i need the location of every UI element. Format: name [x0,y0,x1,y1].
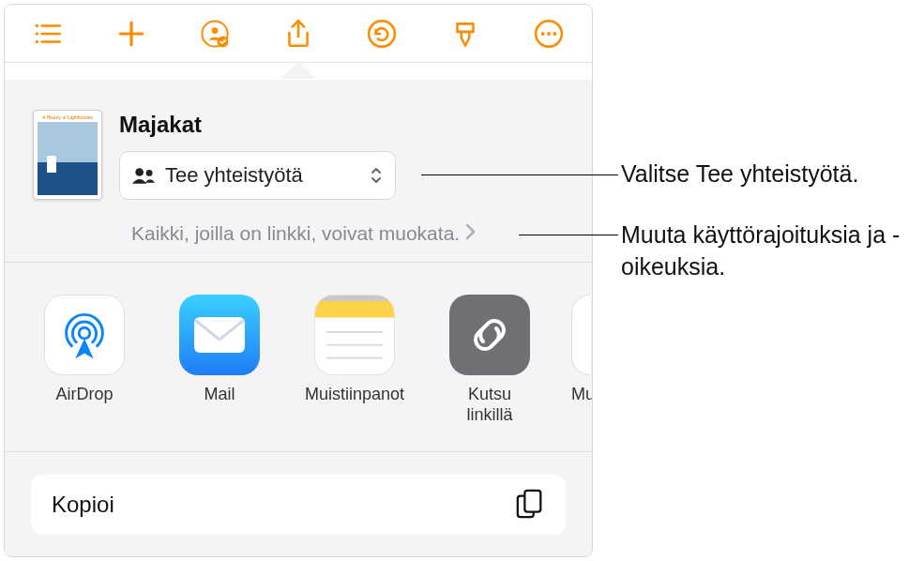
svg-point-15 [553,32,556,36]
share-targets-row: AirDrop Mail [5,263,592,452]
share-target-label: Muistiinpanot [305,385,404,405]
more-icon [533,18,565,50]
permission-text: Kaikki, joilla on linkki, voivat muokata… [131,222,460,245]
collab-badge-button[interactable] [189,8,241,60]
dropdown-arrows-icon [369,165,384,186]
share-target-label: AirDrop [55,385,113,405]
svg-point-18 [79,327,90,339]
overflow-app-icon [572,295,590,375]
svg-point-17 [146,170,153,176]
share-target-label: Mu [571,385,592,405]
outline-button[interactable] [22,8,74,60]
callout-line-collab [421,174,618,175]
document-title: Majakat [119,112,566,138]
add-icon [115,18,147,50]
airdrop-icon [55,306,114,364]
mail-icon [192,315,247,355]
add-button[interactable] [105,8,158,60]
collaborate-selected-label: Tee yhteistyötä [165,163,359,188]
callout-choose-collab: Valitse Tee yhteistyötä. [621,159,858,190]
share-target-invite-link[interactable]: Kutsu linkillä [436,295,543,425]
app-panel: A History of Lighthouses Majakat Tee yht… [4,4,593,557]
link-icon [466,311,513,358]
outline-icon [32,18,64,50]
svg-point-11 [369,21,395,47]
share-target-airdrop[interactable]: AirDrop [31,295,138,425]
svg-point-14 [547,32,551,36]
svg-point-9 [212,27,219,34]
actions-section: Kopioi [5,452,592,535]
share-target-label: Kutsu linkillä [466,385,512,425]
svg-point-13 [541,32,545,36]
format-button[interactable] [439,8,492,60]
document-thumbnail: A History of Lighthouses [33,110,102,200]
copy-label: Kopioi [52,492,114,518]
notes-icon [315,295,394,375]
copy-action[interactable]: Kopioi [31,475,566,535]
share-target-mail[interactable]: Mail [166,295,273,425]
people-icon [131,166,156,185]
callout-change-perms: Muuta käyttörajoituksia ja -oikeuksia. [621,220,924,283]
copy-icon [515,489,545,521]
svg-point-0 [36,23,38,26]
svg-rect-19 [194,317,245,353]
collab-badge-icon [199,18,231,50]
collaborate-dropdown[interactable]: Tee yhteistyötä [119,151,396,200]
share-icon [282,18,314,50]
permission-row[interactable]: Kaikki, joilla on linkki, voivat muokata… [5,207,592,263]
undo-icon [366,18,398,50]
svg-rect-21 [315,296,394,301]
svg-rect-29 [524,491,540,512]
share-target-overflow[interactable]: Mu [571,295,592,425]
share-target-notes[interactable]: Muistiinpanot [301,295,408,425]
undo-button[interactable] [356,8,408,60]
callout-line-perms [519,235,618,235]
svg-point-4 [36,39,38,42]
share-button[interactable] [272,8,325,60]
document-header: A History of Lighthouses Majakat Tee yht… [5,80,592,207]
toolbar [5,5,592,63]
chevron-right-icon [465,223,477,244]
svg-point-2 [36,32,38,35]
share-sheet: A History of Lighthouses Majakat Tee yht… [5,80,592,557]
share-target-label: Mail [204,385,235,405]
svg-point-16 [135,168,144,176]
more-button[interactable] [523,8,575,60]
format-brush-icon [449,18,481,50]
